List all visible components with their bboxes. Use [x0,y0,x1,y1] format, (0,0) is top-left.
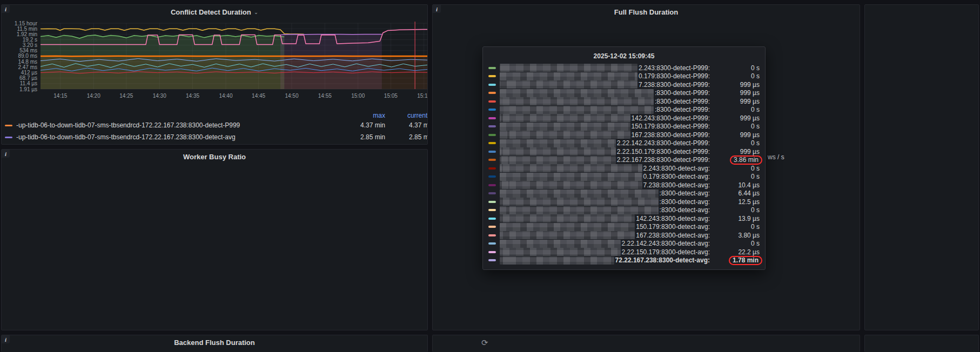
blurred-series-name [500,123,630,131]
blurred-series-name [500,156,616,164]
grafana-dashboard: i Conflict Detect Duration ⌄ 1.15 hour11… [0,0,980,352]
chart-tooltip: 2025-12-02 15:09:45 2.243:8300-detect-P9… [482,46,766,270]
series-value: 10.4 µs [710,181,760,189]
series-value: 0 s [710,173,760,180]
panel-header[interactable]: Full Flush Duration [433,5,860,19]
panel-info-icon[interactable]: i [2,335,10,343]
blurred-series-name [500,106,654,114]
tooltip-row: 7.238:8300-detect-avg:10.4 µs [488,181,760,189]
panel-conflict-detect-duration: i Conflict Detect Duration ⌄ 1.15 hour11… [1,4,428,145]
panel-right-cut [864,4,979,330]
legend-series-name[interactable]: -up-tidb-06-to-down-tidb-07-sms-tbsendrc… [16,121,337,129]
series-name-tail: :8300-detect-avg: [660,189,710,197]
tooltip-row: 2.22.167.238:8300-detect-P999:3.86 min [488,156,760,165]
chevron-down-icon: ⌄ [254,9,258,15]
blurred-series-name [500,181,642,189]
x-tick-label: 14:20 [87,93,100,99]
series-name-tail: 2.22.142.243:8300-detect-P999: [617,139,710,147]
blurred-series-name [500,89,654,97]
series-color-dash [488,142,496,144]
series-color-dash [5,137,12,138]
series-name-tail: 2.22.142.243:8300-detect-avg: [622,240,710,247]
panel-info-icon[interactable]: i [2,5,10,13]
blurred-series-name [500,72,637,80]
series-name-tail: :8300-detect-P999: [655,106,710,113]
series-name-tail: 2.243:8300-detect-P999: [639,64,710,72]
legend-row: -up-tidb-06-to-down-tidb-07-sms-tbsendrc… [4,119,427,131]
series-value: 3.80 µs [710,232,760,239]
x-tick-label: 14:45 [252,93,265,99]
series-color-dash [488,234,496,236]
tooltip-row: :8300-detect-avg:6.44 µs [488,189,760,198]
series-name-tail: 167.238:8300-detect-avg: [636,232,710,239]
series-value: 0 s [710,72,760,80]
series-color-dash [5,125,12,126]
tooltip-row: 167.238:8300-detect-P999:999 µs [488,131,760,139]
blurred-series-name [500,173,642,181]
panel-header[interactable]: Conflict Detect Duration ⌄ [2,5,427,19]
blurred-series-name [500,114,630,122]
legend-max-value: 4.37 min [337,121,385,129]
series-color-dash [488,75,496,77]
x-tick-label: 14:55 [318,93,332,99]
series-line-detect-P999-yellow [41,29,304,34]
series-value: 0 s [710,139,760,147]
x-tick-label: 14:35 [186,93,199,99]
series-name-tail: 0.179:8300-detect-P999: [639,72,710,80]
axis-label-partial: ws / s [768,153,784,161]
series-value: 0 s [710,206,760,214]
tooltip-row: 2.22.142.243:8300-detect-avg:0 s [488,240,760,248]
series-name-tail: :8300-detect-avg: [660,198,710,206]
blurred-series-name [500,139,616,147]
panel-worker-busy-ratio: i Worker Busy Ratio [1,149,428,330]
panel-info-icon[interactable]: i [433,5,441,13]
series-name-tail: 150.179:8300-detect-P999: [632,123,710,130]
series-value: 999 µs [710,114,760,122]
series-value: 0 s [710,64,760,72]
series-name-tail: 2.243:8300-detect-avg: [643,165,710,172]
tooltip-series-list: 2.243:8300-detect-P999:0 s0.179:8300-det… [488,64,760,265]
series-color-dash [488,100,496,103]
series-value: 22.2 µs [710,248,760,256]
series-name-tail: 7.238:8300-detect-P999: [639,81,710,89]
blurred-series-name [500,248,621,256]
blurred-series-name [500,223,635,231]
blurred-series-name [500,206,659,214]
series-value: 0 s [710,223,760,231]
legend-sort-max[interactable]: max [337,112,385,119]
series-color-dash [488,226,496,228]
tooltip-row: 2.243:8300-detect-avg:0 s [488,164,760,173]
series-color-dash [488,218,496,220]
series-color-dash [488,184,496,186]
tooltip-row: :8300-detect-P999:0 s [488,106,760,114]
tooltip-row: :8300-detect-P999:999 µs [488,97,760,106]
series-value: 999 µs [710,148,760,155]
panel-title: Backend Flush Duration [174,339,255,347]
blurred-series-name [500,97,654,105]
y-tick-label: 1.91 µs [19,86,37,92]
series-color-dash [488,175,496,178]
conflict-chart-svg[interactable]: 1.15 hour11.5 min1.92 min19.2 s3.20 s534… [2,19,428,112]
series-color-dash [488,134,496,136]
tooltip-row: 142.243:8300-detect-avg:13.9 µs [488,214,760,223]
legend-sort-current[interactable]: current ⌄ [385,112,428,119]
x-tick-label: 14:40 [219,93,232,99]
series-value: 3.86 min [710,156,760,164]
tooltip-row: :8300-detect-P999:999 µs [488,89,760,98]
series-value: 0 s [710,165,760,172]
x-tick-label: 14:50 [285,93,298,99]
series-color-dash [488,201,496,203]
panel-info-icon[interactable]: i [2,150,10,158]
panel-header[interactable]: Worker Busy Ratio [2,150,427,164]
legend-sort-current-label: current [407,112,427,119]
series-color-dash [488,167,496,170]
tooltip-row: 0.179:8300-detect-avg:0 s [488,173,760,181]
series-value: 1.78 min [710,256,760,264]
series-color-dash [488,242,496,245]
series-color-dash [488,84,496,86]
legend-series-name[interactable]: -up-tidb-06-to-down-tidb-07-sms-tbsendrc… [16,133,337,141]
legend-header: max current ⌄ [4,112,427,119]
panel-bottom-right-cut: ⟳ [432,335,860,352]
panel-header[interactable]: Backend Flush Duration [2,335,427,349]
series-color-dash [488,151,496,153]
